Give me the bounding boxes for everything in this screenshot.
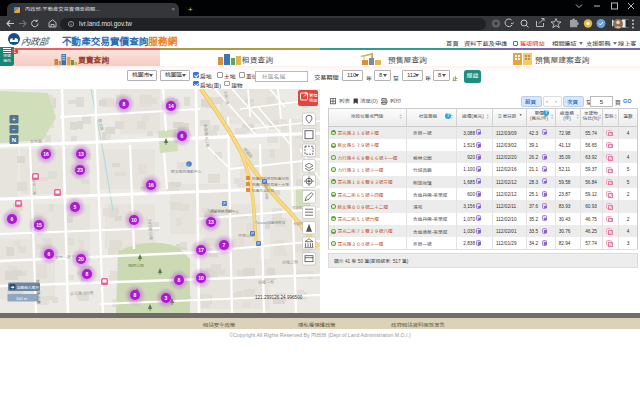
svg-text:10: 10 [198, 275, 204, 281]
svg-text:N: N [12, 137, 16, 143]
svg-text:地圖: 地圖 [309, 97, 317, 103]
svg-text:8: 8 [178, 277, 181, 283]
svg-text:16: 16 [148, 182, 154, 188]
svg-text:P: P [223, 201, 226, 206]
svg-text:5: 5 [74, 204, 77, 210]
svg-text:P: P [251, 231, 254, 236]
svg-text:−: − [12, 126, 16, 133]
svg-text:文中二路: 文中二路 [31, 179, 38, 195]
svg-text:17: 17 [198, 247, 204, 253]
svg-text:8: 8 [123, 101, 126, 107]
svg-text:13: 13 [78, 151, 84, 157]
svg-text:保羅一街: 保羅一街 [258, 278, 274, 285]
svg-text:14: 14 [168, 103, 174, 109]
svg-text:6: 6 [48, 251, 51, 257]
svg-text:P: P [257, 241, 260, 246]
svg-text:+: + [12, 116, 16, 123]
svg-text:100 m: 100 m [16, 296, 28, 301]
svg-text:6: 6 [11, 216, 14, 222]
svg-text:P: P [263, 179, 266, 184]
svg-text:Taiwan桃園保羅站: Taiwan桃園保羅站 [255, 220, 286, 225]
svg-text:桃園市消防局第一大隊: 桃園市消防局第一大隊 [252, 182, 289, 187]
svg-text:7: 7 [223, 242, 226, 248]
svg-text:8: 8 [134, 292, 137, 298]
svg-text:3: 3 [165, 295, 168, 301]
svg-text:20: 20 [78, 256, 84, 262]
svg-text:桃園市消防局: 桃園市消防局 [252, 188, 274, 193]
svg-text:23: 23 [77, 167, 83, 173]
svg-text:16: 16 [43, 151, 49, 157]
svg-text:慈文國民運動中心: 慈文國民運動中心 [171, 169, 202, 174]
svg-text:陽明公園: 陽明公園 [128, 262, 144, 268]
svg-text:保羅二街: 保羅二街 [282, 258, 298, 265]
svg-text:正光路 205巷: 正光路 205巷 [70, 289, 94, 296]
svg-text:文中路: 文中路 [30, 138, 42, 144]
svg-text:13: 13 [208, 219, 214, 225]
svg-text:121.299126 24.996500: 121.299126 24.996500 [255, 295, 303, 300]
svg-text:10: 10 [131, 217, 137, 223]
svg-text:6: 6 [181, 133, 184, 139]
svg-text:8: 8 [86, 271, 89, 277]
svg-text:15: 15 [36, 222, 42, 228]
svg-text:桃園市警察局桃園分局: 桃園市警察局桃園分局 [252, 176, 289, 181]
